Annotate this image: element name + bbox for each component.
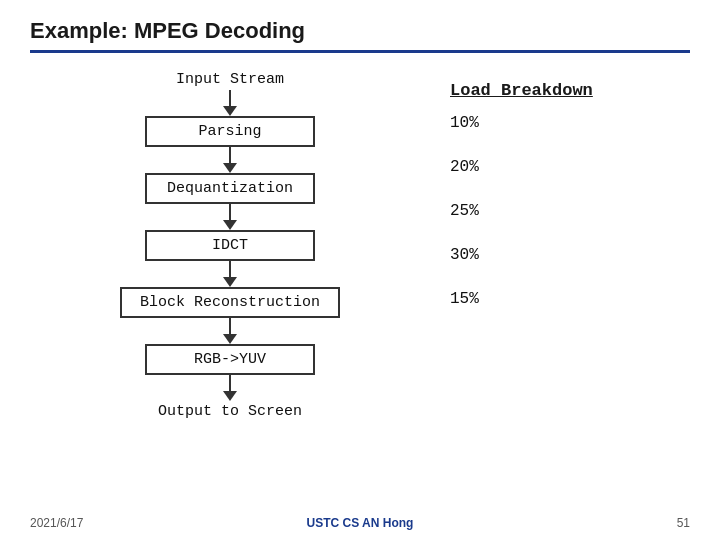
input-stream-label: Input Stream <box>176 71 284 88</box>
breakdown-row-block-reconstruction: 30% <box>450 246 479 264</box>
arrow-1 <box>223 147 237 173</box>
output-screen-label: Output to Screen <box>158 403 302 420</box>
main-content: Input Stream Parsing Dequantization ID <box>30 71 690 420</box>
breakdown-value-parsing: 10% <box>450 114 479 132</box>
breakdown-row-idct: 25% <box>450 202 479 220</box>
flow-box-block-reconstruction: Block Reconstruction <box>120 287 340 318</box>
flow-box-parsing: Parsing <box>145 116 315 147</box>
breakdown-row-rgb-yuv: 15% <box>450 290 479 308</box>
flow-column: Input Stream Parsing Dequantization ID <box>70 71 390 420</box>
breakdown-value-rgb-yuv: 15% <box>450 290 479 308</box>
footer-date: 2021/6/17 <box>30 516 83 530</box>
breakdown-value-block-reconstruction: 30% <box>450 246 479 264</box>
breakdown-row-dequantization: 20% <box>450 158 479 176</box>
footer-institution: USTC CS AN Hong <box>307 516 414 530</box>
breakdown-column: Load Breakdown 10% 20% 25% 30% <box>450 71 593 308</box>
footer-page: 51 <box>677 516 690 530</box>
breakdown-header: Load Breakdown <box>450 81 593 100</box>
arrow-2 <box>223 204 237 230</box>
title-area: Example: MPEG Decoding <box>30 18 690 53</box>
slide-container: Example: MPEG Decoding Input Stream Pars… <box>0 0 720 540</box>
arrow-4 <box>223 318 237 344</box>
breakdown-value-dequantization: 20% <box>450 158 479 176</box>
arrow-3 <box>223 261 237 287</box>
slide-title: Example: MPEG Decoding <box>30 18 305 43</box>
breakdown-value-idct: 25% <box>450 202 479 220</box>
flow-box-idct: IDCT <box>145 230 315 261</box>
arrow-0 <box>223 90 237 116</box>
breakdown-row-parsing: 10% <box>450 114 479 132</box>
flow-box-dequantization: Dequantization <box>145 173 315 204</box>
flow-box-rgb-yuv: RGB->YUV <box>145 344 315 375</box>
arrow-5 <box>223 375 237 401</box>
